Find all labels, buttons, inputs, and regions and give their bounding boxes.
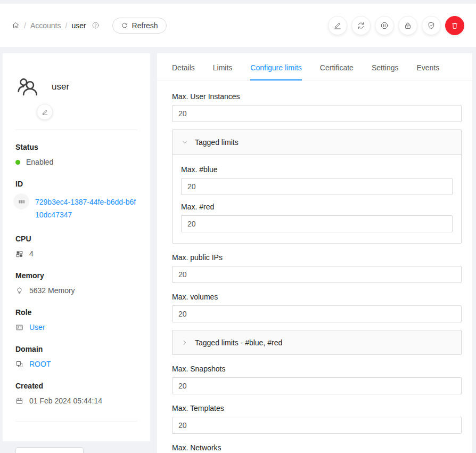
- breadcrumb-separator: /: [24, 21, 26, 30]
- bulb-icon: [15, 287, 23, 295]
- disable-account-button[interactable]: [375, 16, 394, 35]
- lock-account-button[interactable]: [398, 16, 417, 35]
- edit-account-button[interactable]: [328, 16, 347, 35]
- lock-icon: [404, 21, 412, 30]
- account-info-card: user Status Enabled ID: [3, 53, 150, 441]
- field-max-networks: Max. Networks: [172, 443, 462, 453]
- tab-certificate[interactable]: Certificate: [320, 53, 354, 80]
- delete-account-button[interactable]: [445, 16, 464, 35]
- chevron-right-icon: [182, 339, 188, 346]
- configure-limits-form: Max. User Instances Tagged limits Max. #…: [157, 80, 472, 453]
- max-red-input[interactable]: [181, 215, 453, 232]
- account-profile: user: [15, 67, 137, 99]
- max-templates-input[interactable]: [172, 417, 462, 434]
- tab-limits[interactable]: Limits: [213, 53, 233, 80]
- field-max-red: Max. #red: [181, 203, 453, 232]
- field-label: CPU: [15, 234, 137, 243]
- field-max-templates: Max. Templates: [172, 404, 462, 434]
- refresh-label: Refresh: [132, 21, 158, 30]
- reload-icon: [121, 22, 128, 29]
- account-detail-card: Details Limits Configure limits Certific…: [157, 53, 472, 453]
- idcard-icon: [15, 323, 23, 331]
- created-value: 01 Feb 2024 05:44:14: [29, 397, 102, 405]
- divider: [15, 421, 137, 422]
- pencil-edit-icon: [42, 109, 48, 116]
- breadcrumb: / Accounts / user Refresh: [12, 18, 167, 34]
- tab-details[interactable]: Details: [172, 53, 195, 80]
- home-icon[interactable]: [12, 21, 20, 29]
- field-label: Max. #blue: [181, 165, 453, 174]
- breadcrumb-separator: /: [65, 21, 67, 30]
- field-label: Max. Templates: [172, 404, 462, 412]
- trash-icon: [450, 21, 459, 30]
- max-volumes-input[interactable]: [172, 305, 462, 322]
- status-dot: [15, 160, 20, 165]
- field-label: Domain: [15, 345, 137, 353]
- calendar-icon: [15, 397, 23, 405]
- status-value: Enabled: [26, 158, 53, 166]
- field-max-blue: Max. #blue: [181, 165, 453, 195]
- domain-link[interactable]: ROOT: [29, 360, 51, 368]
- role-link[interactable]: User: [29, 323, 45, 331]
- field-label: Max. #red: [181, 203, 453, 211]
- field-max-user-instances: Max. User Instances: [172, 92, 462, 122]
- tab-configure-limits[interactable]: Configure limits: [250, 53, 301, 80]
- max-user-instances-input[interactable]: [172, 105, 462, 122]
- update-resource-count-button[interactable]: [351, 16, 371, 35]
- field-label: Max. User Instances: [172, 92, 462, 101]
- account-name: user: [52, 82, 69, 92]
- tagged-limits-panel-expanded: Tagged limits Max. #blue Max. #red: [172, 130, 462, 244]
- field-max-volumes: Max. volumes: [172, 293, 462, 322]
- divider: [15, 130, 137, 130]
- field-max-snapshots: Max. Snapshots: [172, 365, 462, 394]
- pencil-edit-icon: [333, 21, 342, 30]
- sync-icon: [357, 21, 365, 30]
- panel-title: Tagged limits - #blue, #red: [195, 338, 282, 347]
- refresh-button[interactable]: Refresh: [112, 18, 167, 34]
- tagged-limits-panel-header[interactable]: Tagged limits: [173, 130, 461, 154]
- view-users-button[interactable]: View Users: [15, 447, 84, 453]
- field-label: Max. Networks: [172, 443, 462, 452]
- verify-account-button[interactable]: [422, 16, 441, 35]
- shield-check-icon: [427, 21, 436, 30]
- team-avatar-icon: [15, 75, 40, 99]
- field-label: Max. Snapshots: [172, 365, 462, 373]
- appstore-icon: [15, 250, 23, 258]
- tagged-limits-panel-collapsed: Tagged limits - #blue, #red: [172, 330, 462, 355]
- cpu-value: 4: [29, 249, 34, 258]
- tab-bar: Details Limits Configure limits Certific…: [157, 53, 472, 80]
- breadcrumb-accounts[interactable]: Accounts: [30, 21, 61, 30]
- header-actions: [328, 16, 464, 35]
- memory-value: 5632 Memory: [29, 286, 75, 295]
- field-label: Status: [15, 143, 137, 151]
- field-cpu: CPU 4: [15, 234, 137, 258]
- max-snapshots-input[interactable]: [172, 377, 462, 394]
- field-label: Max. volumes: [172, 293, 462, 301]
- field-label: Memory: [15, 271, 137, 280]
- field-label: Role: [15, 308, 137, 317]
- block-icon: [15, 360, 23, 368]
- chevron-down-icon: [182, 139, 188, 145]
- account-id-link[interactable]: 729b3ec4-1387-44fe-b6dd-b6f10dc47347: [35, 196, 137, 221]
- top-header: / Accounts / user Refresh: [0, 4, 476, 47]
- barcode-icon: [13, 193, 29, 209]
- tab-events[interactable]: Events: [416, 53, 439, 80]
- field-status: Status Enabled: [15, 143, 137, 166]
- tagged-limits-collapsed-header[interactable]: Tagged limits - #blue, #red: [173, 330, 461, 354]
- max-blue-input[interactable]: [181, 178, 453, 195]
- field-id: ID 729b3ec4-1387-44fe-b6dd-b6f10dc47347: [15, 180, 137, 221]
- pause-circle-icon: [380, 21, 389, 30]
- field-domain: Domain ROOT: [15, 345, 137, 368]
- field-max-public-ips: Max. public IPs: [172, 253, 462, 283]
- field-created: Created 01 Feb 2024 05:44:14: [15, 382, 137, 405]
- tagged-limits-panel-body: Max. #blue Max. #red: [173, 154, 461, 243]
- field-memory: Memory 5632 Memory: [15, 271, 137, 295]
- max-public-ips-input[interactable]: [172, 266, 462, 283]
- field-label: ID: [15, 180, 137, 188]
- breadcrumb-current: user: [71, 21, 86, 30]
- edit-avatar-button[interactable]: [37, 104, 53, 120]
- tab-settings[interactable]: Settings: [372, 53, 399, 80]
- field-label: Max. public IPs: [172, 253, 462, 262]
- page-top-strip: [0, 0, 476, 4]
- question-circle-icon[interactable]: [92, 21, 100, 29]
